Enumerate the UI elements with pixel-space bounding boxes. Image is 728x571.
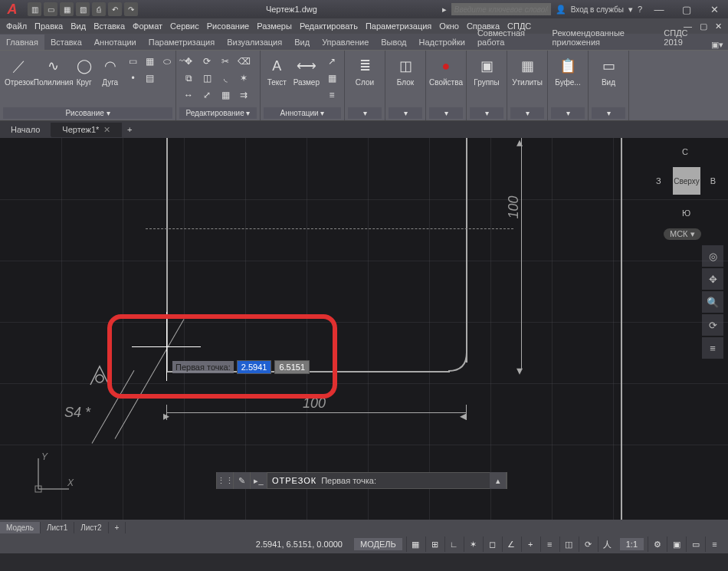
search-input[interactable] (451, 3, 551, 15)
offset-icon[interactable]: ⇉ (236, 87, 251, 103)
tool-utils[interactable]: ▦Утилиты (510, 52, 544, 90)
hatch-icon[interactable]: ▦ (143, 54, 158, 69)
nav-orbit-icon[interactable]: ⟳ (702, 314, 723, 336)
status-clean-icon[interactable]: ▭ (686, 537, 704, 552)
status-polar-icon[interactable]: ✶ (464, 537, 482, 552)
maximize-button[interactable]: ▢ (673, 0, 700, 18)
leader-icon[interactable]: ↗ (324, 54, 339, 69)
panel-layers-dd[interactable]: ▾ (348, 107, 382, 119)
panel-clip-dd[interactable]: ▾ (551, 107, 585, 119)
doc-tab-new[interactable]: + (122, 125, 137, 134)
ellipse-icon[interactable]: ⬭ (159, 54, 175, 69)
viewcube[interactable]: С З В Ю Сверху МСК ▾ (651, 143, 720, 235)
tab-layout-new[interactable]: + (109, 522, 126, 533)
close-button[interactable]: ✕ (700, 0, 728, 18)
viewcube-face[interactable]: Сверху (673, 167, 700, 195)
mirror-icon[interactable]: ◫ (199, 71, 215, 86)
fillet-icon[interactable]: ◟ (218, 71, 233, 86)
tab-view3d[interactable]: Визуализация (221, 34, 288, 50)
move-icon[interactable]: ✥ (181, 54, 196, 69)
save-icon[interactable]: ▦ (60, 2, 74, 16)
panel-annot-title[interactable]: Аннотации ▾ (264, 107, 341, 119)
tab-collab[interactable]: Совместная работа (471, 25, 546, 50)
minimize-button[interactable]: — (645, 0, 673, 18)
status-trans-icon[interactable]: ◫ (559, 537, 578, 552)
status-scale[interactable]: 1:1 (620, 538, 644, 550)
panel-block-dd[interactable]: ▾ (389, 107, 422, 119)
tab-param[interactable]: Параметризация (143, 34, 221, 50)
status-osnap-icon[interactable]: ◻ (483, 537, 501, 552)
tab-spds[interactable]: СПДС 2019 (657, 25, 707, 50)
tool-groups[interactable]: ▣Группы (470, 52, 503, 90)
panel-groups-dd[interactable]: ▾ (470, 107, 503, 119)
tool-block[interactable]: ◫Блок (389, 52, 422, 90)
redo-icon[interactable]: ↷ (124, 2, 138, 16)
status-custom-icon[interactable]: ≡ (705, 537, 723, 552)
tab-annotate[interactable]: Аннотации (88, 34, 143, 50)
status-anno-icon[interactable]: 人 (598, 537, 616, 552)
menu-service[interactable]: Сервис (170, 21, 199, 31)
point-icon[interactable]: • (126, 71, 141, 86)
doc-close-icon[interactable]: ✕ (715, 21, 722, 31)
panel-view-dd[interactable]: ▾ (592, 107, 625, 119)
panel-props-dd[interactable]: ▾ (429, 107, 463, 119)
doc-tab-close-icon[interactable]: ✕ (103, 125, 110, 134)
tab-layout2[interactable]: Лист2 (74, 522, 108, 533)
array-icon[interactable]: ▦ (218, 87, 233, 103)
command-line[interactable]: ⋮⋮ ✎ ▸_ ОТРЕЗОК Первая точка: ▴ (216, 472, 507, 489)
tab-model[interactable]: Модель (0, 522, 41, 533)
nav-zoom-icon[interactable]: 🔍 (702, 291, 723, 313)
tab-main[interactable]: Главная (0, 34, 44, 50)
panel-draw-title[interactable]: Рисование ▾ (3, 107, 172, 119)
tool-viewport[interactable]: ▭Вид (592, 52, 625, 90)
tool-layers[interactable]: ≣Слои (348, 52, 382, 90)
status-cycle-icon[interactable]: ⟳ (579, 537, 597, 552)
trim-icon[interactable]: ✂ (218, 54, 233, 69)
doc-tab-drawing[interactable]: Чертеж1*✕ (51, 123, 122, 137)
tool-props[interactable]: ●Свойства (429, 52, 463, 90)
rotate-icon[interactable]: ⟳ (199, 54, 215, 69)
stretch-icon[interactable]: ↔ (181, 87, 196, 103)
menu-draw[interactable]: Рисование (207, 21, 249, 31)
cmd-expand-icon[interactable]: ▴ (490, 472, 507, 489)
dyn-x-input[interactable]: 2.5941 (237, 360, 272, 374)
mtext-icon[interactable]: ≡ (324, 87, 339, 103)
tab-view[interactable]: Вид (288, 34, 316, 50)
ribbon-collapse-icon[interactable]: ▣▾ (707, 40, 728, 50)
tab-layout1[interactable]: Лист1 (41, 522, 74, 533)
menu-file[interactable]: Файл (6, 21, 27, 31)
open-icon[interactable]: ▭ (44, 2, 57, 16)
menu-window[interactable]: Окно (439, 21, 459, 31)
nav-wheel-icon[interactable]: ◎ (702, 245, 723, 267)
tool-clipboard[interactable]: 📋Буфе... (551, 52, 585, 90)
tool-polyline[interactable]: ∿Полилиния (37, 52, 71, 90)
status-grid-icon[interactable]: ▦ (406, 537, 425, 552)
panel-modify-title[interactable]: Редактирование ▾ (179, 107, 257, 119)
saveas-icon[interactable]: ▧ (76, 2, 90, 16)
rect-icon[interactable]: ▭ (126, 54, 141, 69)
menu-dim[interactable]: Размеры (257, 21, 292, 31)
table-icon[interactable]: ▦ (324, 71, 339, 86)
cmd-recent-icon[interactable]: ✎ (234, 472, 251, 489)
status-model-badge[interactable]: МОДЕЛЬ (354, 538, 402, 550)
status-iso-icon[interactable]: ▣ (667, 537, 685, 552)
tab-manage[interactable]: Управление (316, 34, 375, 50)
help-icon[interactable]: ? (638, 5, 642, 14)
nav-more-icon[interactable]: ≡ (702, 337, 723, 359)
undo-icon[interactable]: ↶ (108, 2, 122, 16)
copy-icon[interactable]: ⧉ (181, 71, 196, 86)
erase-icon[interactable]: ⌫ (236, 54, 251, 69)
cmd-handle-icon[interactable]: ⋮⋮ (217, 472, 234, 489)
doc-tab-start[interactable]: Начало (0, 123, 51, 136)
tab-addins[interactable]: Надстройки (413, 34, 471, 50)
menu-view[interactable]: Вид (71, 21, 86, 31)
status-otrack-icon[interactable]: ∠ (502, 537, 520, 552)
menu-insert[interactable]: Вставка (93, 21, 125, 31)
app-logo-icon[interactable]: A (0, 0, 25, 18)
status-lwt-icon[interactable]: ≡ (540, 537, 559, 552)
menu-param[interactable]: Параметризация (366, 21, 431, 31)
signin-link[interactable]: Вход в службы (571, 5, 624, 14)
new-icon[interactable]: ▥ (28, 2, 41, 16)
menu-edit[interactable]: Правка (34, 21, 63, 31)
tool-dim[interactable]: ⟷Размер (292, 52, 321, 90)
